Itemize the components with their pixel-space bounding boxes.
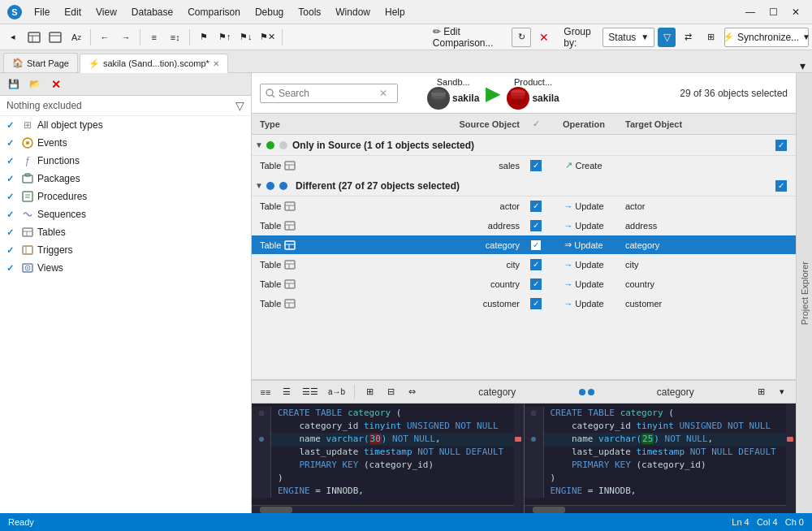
- cell-check-city[interactable]: ✓: [525, 259, 547, 270]
- tree-item-procedures[interactable]: ✓ Procedures: [0, 188, 251, 205]
- diff-btn-1[interactable]: ≡≡: [257, 383, 274, 401]
- tree-item-tables[interactable]: ✓ Tables: [0, 223, 251, 241]
- filter-clear-button[interactable]: ✕: [47, 76, 65, 93]
- filter-button[interactable]: ▽: [658, 28, 676, 47]
- table-row-actor[interactable]: Table actor ✓ → Update actor: [252, 196, 796, 216]
- group-only-in-source[interactable]: ▼ Only in Source (1 of 1 objects selecte…: [252, 135, 796, 156]
- diff-right-line-5: PRIMARY KEY (category_id): [525, 459, 797, 472]
- cell-check-category[interactable]: ✓: [525, 240, 547, 251]
- filter-open-button[interactable]: 📂: [26, 76, 44, 93]
- diff-btn-grid[interactable]: ⊞: [752, 383, 770, 401]
- diff-btn-up[interactable]: ⊞: [361, 383, 378, 401]
- diff-btn-ab[interactable]: a→b: [325, 383, 348, 401]
- table-icon-address: [284, 221, 296, 231]
- toolbar-bookmark-clear[interactable]: ⚑✕: [257, 28, 278, 47]
- table-row-category[interactable]: Table category ✓ ⇒ Update category: [252, 235, 796, 255]
- toolbar-btn5[interactable]: →: [116, 28, 136, 47]
- search-input[interactable]: [279, 88, 376, 99]
- tree-item-events[interactable]: ✓ Events: [0, 134, 251, 152]
- diff-right-scrollbar[interactable]: [786, 404, 796, 513]
- toolbar-btn3[interactable]: Az: [67, 28, 86, 47]
- close-button[interactable]: ✕: [786, 4, 806, 20]
- tab-start-page[interactable]: 🏠 Start Page: [3, 53, 78, 72]
- diff-left-line-4: last_update timestamp NOT NULL DEFAULT: [252, 446, 524, 459]
- source-db-name: sakila: [452, 93, 479, 104]
- diff-btn-down[interactable]: ⊟: [382, 383, 400, 401]
- cell-source-category: category: [352, 240, 525, 250]
- tab-close-button[interactable]: ✕: [213, 59, 219, 68]
- tree-item-packages[interactable]: ✓ Packages: [0, 170, 251, 188]
- search-box[interactable]: ✕: [260, 84, 398, 103]
- diff-left-hscroll[interactable]: [252, 505, 514, 513]
- table-row-customer[interactable]: Table customer ✓ → Update customer: [252, 294, 796, 313]
- tree-item-views[interactable]: ✓ Views: [0, 259, 251, 277]
- menu-comparison[interactable]: Comparison: [181, 5, 247, 19]
- table-type-label-sales: Table: [260, 161, 281, 171]
- tree-item-triggers[interactable]: ✓ Triggers: [0, 241, 251, 259]
- cell-type-customer: Table: [255, 299, 352, 309]
- toolbar-back-button[interactable]: ◂: [3, 28, 23, 47]
- table-row-city[interactable]: Table city ✓ → Update city: [252, 255, 796, 274]
- table-row-sales[interactable]: Table sales ✓ ↗ Create: [252, 156, 796, 175]
- toolbar-bookmark-prev[interactable]: ⚑↑: [215, 28, 235, 47]
- op-label-sales: Create: [575, 161, 602, 171]
- diff-btn-menu[interactable]: ▾: [773, 383, 791, 401]
- cell-check-customer[interactable]: ✓: [525, 298, 547, 309]
- menu-debug[interactable]: Debug: [248, 5, 290, 19]
- diff-source-label: category: [424, 386, 570, 398]
- tree-item-sequences[interactable]: ✓ Sequences: [0, 205, 251, 223]
- swap-button[interactable]: ⇄: [679, 28, 698, 47]
- main-toolbar: ◂ Az ← → ≡ ≡↕ ⚑ ⚑↑ ⚑↓ ⚑✕ ✏ Edit Comparis…: [0, 24, 812, 50]
- cell-check-address[interactable]: ✓: [525, 220, 547, 231]
- refresh-button[interactable]: ↻: [512, 28, 531, 47]
- menu-help[interactable]: Help: [378, 5, 412, 19]
- update-arrow-country: →: [564, 279, 572, 289]
- group-check-2[interactable]: ✓: [770, 179, 793, 192]
- tree-item-all-types[interactable]: ✓ ⊞ All object types: [0, 116, 251, 134]
- all-types-icon: ⊞: [21, 119, 34, 132]
- diff-btn-sync[interactable]: ⇔: [403, 383, 421, 401]
- menu-view[interactable]: View: [89, 5, 123, 19]
- table-row-address[interactable]: Table address ✓ → Update address: [252, 216, 796, 235]
- toolbar-bookmark-next[interactable]: ⚑↓: [236, 28, 256, 47]
- tab-menu-button[interactable]: ▾: [800, 59, 806, 72]
- group-by-dropdown[interactable]: Status ▼: [603, 28, 654, 47]
- tab-comparison[interactable]: ⚡ sakila (Sand...tion).scomp* ✕: [80, 54, 228, 73]
- toolbar-bookmark[interactable]: ⚑: [194, 28, 214, 47]
- menu-tools[interactable]: Tools: [292, 5, 327, 19]
- cell-type-actor: Table: [255, 201, 352, 211]
- table-row-country[interactable]: Table country ✓ → Update country: [252, 274, 796, 294]
- menu-file[interactable]: File: [28, 5, 56, 19]
- cell-check-sales[interactable]: ✓: [525, 160, 547, 171]
- diff-btn-2[interactable]: ☰: [278, 383, 296, 401]
- toolbar-btn2[interactable]: [45, 28, 65, 47]
- toolbar-btn6[interactable]: ≡: [145, 28, 164, 47]
- toolbar-btn7[interactable]: ≡↕: [166, 28, 185, 47]
- search-clear-button[interactable]: ✕: [379, 88, 387, 99]
- tree-item-functions[interactable]: ✓ ƒ Functions: [0, 152, 251, 170]
- cell-target-category: category: [620, 240, 793, 250]
- diff-right-hscroll[interactable]: [525, 505, 787, 513]
- menu-database[interactable]: Database: [125, 5, 179, 19]
- toolbar-btn4[interactable]: ←: [95, 28, 114, 47]
- diff-btn-3[interactable]: ☰☰: [299, 383, 322, 401]
- minimize-button[interactable]: —: [741, 4, 760, 20]
- op-label-city: Update: [575, 260, 603, 270]
- project-explorer-panel[interactable]: Project Explorer: [796, 73, 812, 513]
- toolbar-btn1[interactable]: [24, 28, 44, 47]
- cell-check-country[interactable]: ✓: [525, 278, 547, 290]
- menu-window[interactable]: Window: [329, 5, 377, 19]
- filter-save-button[interactable]: 💾: [5, 76, 23, 93]
- cell-check-actor[interactable]: ✓: [525, 201, 547, 212]
- close-comparison-button[interactable]: ✕: [534, 28, 554, 47]
- menu-edit[interactable]: Edit: [58, 5, 88, 19]
- expand-button[interactable]: ⊞: [702, 28, 721, 47]
- diff-left-scrollbar[interactable]: [514, 404, 524, 513]
- object-type-tree: ✓ ⊞ All object types ✓ Events ✓ ƒ Functi…: [0, 116, 251, 513]
- filter-funnel-icon[interactable]: ▽: [235, 99, 244, 112]
- cell-op-customer: → Update: [547, 299, 620, 309]
- synchronize-dropdown[interactable]: ⚡ Synchronize... ▼: [724, 28, 809, 47]
- group-different[interactable]: ▼ Different (27 of 27 objects selected) …: [252, 175, 796, 196]
- maximize-button[interactable]: ☐: [763, 4, 783, 20]
- group-check-1[interactable]: ✓: [770, 139, 793, 151]
